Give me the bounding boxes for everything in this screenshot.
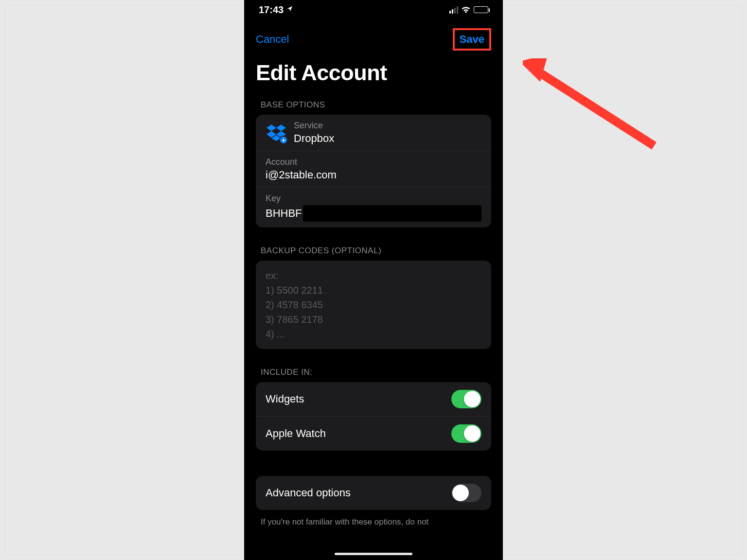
widgets-row: Widgets <box>256 382 491 416</box>
section-header-backup: BACKUP CODES (OPTIONAL) <box>244 239 503 261</box>
advanced-toggle[interactable] <box>451 484 481 502</box>
save-highlight: Save <box>453 28 491 51</box>
advanced-row: Advanced options <box>256 476 491 510</box>
key-redacted <box>303 205 481 222</box>
section-header-base: BASE OPTIONS <box>244 93 503 115</box>
section-header-include: INCLUDE IN: <box>244 361 503 382</box>
advanced-label: Advanced options <box>266 487 351 499</box>
phone-screen: 17:43 Cancel Save Edit Account BASE OPTI… <box>244 0 503 560</box>
cellular-signal-icon <box>449 6 458 14</box>
add-badge-icon: + <box>279 136 288 144</box>
widgets-label: Widgets <box>266 393 304 405</box>
key-label: Key <box>266 193 481 204</box>
widgets-toggle[interactable] <box>451 390 481 408</box>
key-value-prefix: BHHBF <box>266 207 302 220</box>
applewatch-label: Apple Watch <box>266 427 326 440</box>
base-options-card: + Service Dropbox Account i@2stable.com … <box>256 115 491 228</box>
key-row[interactable]: Key BHHBF <box>256 187 491 228</box>
cancel-button[interactable]: Cancel <box>256 33 289 46</box>
advanced-footer-text: If you're not familiar with these option… <box>244 510 503 527</box>
svg-marker-2 <box>523 58 550 83</box>
save-button[interactable]: Save <box>460 33 484 46</box>
account-row[interactable]: Account i@2stable.com <box>256 151 491 187</box>
wifi-icon <box>461 4 471 16</box>
svg-line-1 <box>533 68 654 146</box>
page-title: Edit Account <box>244 55 503 93</box>
status-time: 17:43 <box>259 4 284 16</box>
annotation-arrow-icon <box>523 58 659 156</box>
applewatch-row: Apple Watch <box>256 416 491 451</box>
home-indicator[interactable] <box>335 553 412 555</box>
backup-codes-textarea[interactable]: ex: 1) 5500 2211 2) 4578 6345 3) 7865 21… <box>256 261 491 349</box>
location-icon <box>286 5 293 14</box>
account-value: i@2stable.com <box>266 169 481 181</box>
advanced-card: Advanced options <box>256 476 491 510</box>
service-label: Service <box>294 121 334 131</box>
service-value: Dropbox <box>294 132 334 145</box>
applewatch-toggle[interactable] <box>451 424 481 443</box>
status-bar: 17:43 <box>244 0 503 19</box>
navbar: Cancel Save <box>244 19 503 55</box>
battery-icon <box>474 6 488 13</box>
dropbox-icon: + <box>266 122 287 143</box>
include-card: Widgets Apple Watch <box>256 382 491 451</box>
service-row[interactable]: + Service Dropbox <box>256 115 491 151</box>
account-label: Account <box>266 157 481 167</box>
